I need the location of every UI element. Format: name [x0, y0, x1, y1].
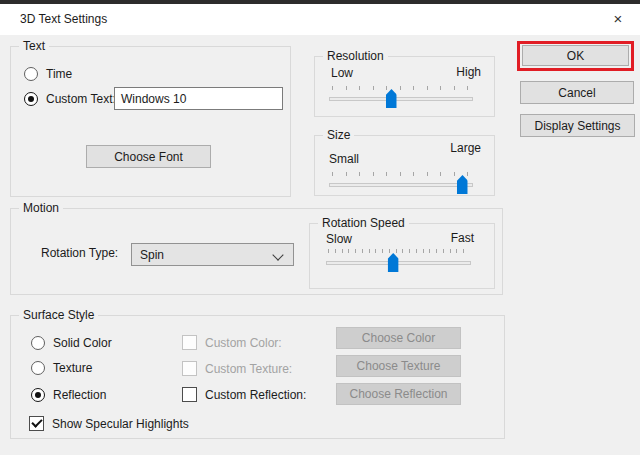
texture-radio[interactable]: [31, 361, 45, 375]
size-group: Size Small Large: [314, 135, 495, 196]
custom-color-checkbox-row: Custom Color:: [182, 335, 282, 350]
choose-font-button[interactable]: Choose Font: [86, 145, 211, 168]
size-slider-thumb[interactable]: [457, 175, 468, 194]
custom-text-radio-label: Custom Text:: [46, 92, 116, 106]
size-min-label: Small: [329, 152, 359, 166]
chevron-down-icon: [272, 249, 283, 260]
custom-color-checkbox: [182, 335, 197, 350]
custom-text-input[interactable]: Windows 10: [114, 87, 283, 110]
solid-color-radio[interactable]: [31, 336, 45, 350]
custom-texture-checkbox-row: Custom Texture:: [182, 361, 292, 376]
resolution-group-label: Resolution: [323, 49, 388, 64]
time-radio[interactable]: [24, 67, 38, 81]
text-group-label: Text: [19, 39, 49, 54]
rotation-speed-group-label: Rotation Speed: [318, 216, 409, 231]
cancel-button[interactable]: Cancel: [520, 81, 634, 104]
rotation-type-value: Spin: [140, 248, 164, 262]
rotation-speed-min-label: Slow: [326, 232, 352, 246]
choose-color-button: Choose Color: [336, 327, 461, 349]
surface-style-group: Surface Style Solid Color Texture Reflec…: [10, 315, 505, 439]
motion-group-label: Motion: [19, 201, 63, 216]
resolution-max-label: High: [456, 65, 481, 79]
custom-reflection-checkbox-row[interactable]: Custom Reflection:: [182, 387, 306, 402]
size-max-label: Large: [450, 141, 481, 155]
rotation-speed-max-label: Fast: [451, 231, 474, 245]
resolution-min-label: Low: [331, 66, 353, 80]
choose-texture-button: Choose Texture: [336, 355, 461, 377]
window-title: 3D Text Settings: [20, 4, 107, 35]
rotation-speed-slider-thumb[interactable]: [388, 253, 399, 272]
surface-style-group-label: Surface Style: [19, 308, 98, 323]
custom-text-value: Windows 10: [121, 92, 186, 106]
rotation-type-dropdown[interactable]: Spin: [131, 243, 294, 266]
size-group-label: Size: [323, 128, 354, 143]
titlebar[interactable]: 3D Text Settings ×: [0, 4, 640, 35]
text-group: Text Time Custom Text: Windows 10 Choose…: [10, 46, 291, 197]
custom-text-radio[interactable]: [24, 92, 38, 106]
display-settings-button[interactable]: Display Settings: [520, 114, 635, 137]
texture-radio-row[interactable]: Texture: [31, 360, 92, 375]
3d-text-settings-dialog: 3D Text Settings × Text Time Custom Text…: [0, 0, 640, 455]
rotation-type-label: Rotation Type:: [41, 246, 118, 260]
time-radio-row[interactable]: Time: [24, 66, 72, 81]
resolution-group: Resolution Low High: [314, 56, 495, 117]
close-icon[interactable]: ×: [598, 4, 638, 35]
resolution-slider-thumb[interactable]: [386, 89, 397, 108]
reflection-radio-row[interactable]: Reflection: [31, 387, 106, 402]
rotation-speed-group: Rotation Speed Slow Fast: [309, 223, 495, 289]
custom-texture-checkbox: [182, 361, 197, 376]
show-specular-highlights-checkbox[interactable]: [29, 416, 44, 431]
reflection-radio[interactable]: [31, 388, 45, 402]
custom-text-radio-row[interactable]: Custom Text:: [24, 91, 116, 106]
show-specular-highlights-row[interactable]: Show Specular Highlights: [29, 416, 189, 431]
solid-color-radio-row[interactable]: Solid Color: [31, 335, 112, 350]
time-radio-label: Time: [46, 67, 72, 81]
ok-button[interactable]: OK: [522, 45, 629, 66]
choose-reflection-button: Choose Reflection: [336, 383, 461, 405]
custom-reflection-checkbox[interactable]: [182, 387, 197, 402]
